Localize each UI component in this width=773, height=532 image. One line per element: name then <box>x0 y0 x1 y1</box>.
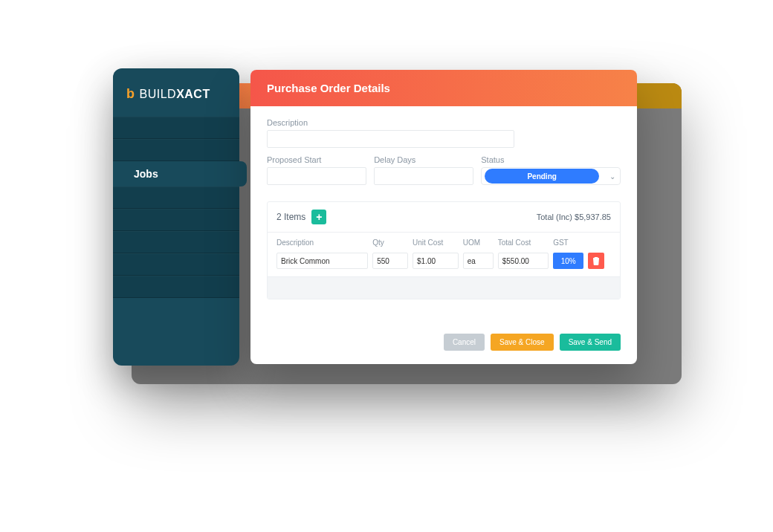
sidebar-item-jobs[interactable]: Jobs <box>113 161 239 186</box>
description-input[interactable] <box>267 130 514 148</box>
cancel-button[interactable]: Cancel <box>444 334 485 351</box>
items-panel: 2 Items + Total (Inc) $5,937.85 Descript… <box>267 201 621 299</box>
sidebar: b BUILDXACT Jobs <box>113 68 239 366</box>
sidebar-item[interactable] <box>113 139 239 161</box>
modal-title: Purchase Order Details <box>250 70 637 106</box>
items-count: 2 Items <box>276 212 305 222</box>
save-close-button[interactable]: Save & Close <box>491 334 554 351</box>
proposed-start-input[interactable] <box>267 167 366 185</box>
delay-days-input[interactable] <box>374 167 473 185</box>
row-qty-input[interactable] <box>372 253 408 269</box>
brand-build: BUILD <box>140 88 177 100</box>
sidebar-item[interactable] <box>113 186 239 209</box>
modal-footer: Cancel Save & Close Save & Send <box>250 313 637 364</box>
col-gst: GST <box>553 239 583 247</box>
row-unit-cost-input[interactable] <box>413 253 459 269</box>
col-uom: UOM <box>463 239 494 247</box>
col-total-cost: Total Cost <box>498 239 549 247</box>
label-proposed-start: Proposed Start <box>267 155 366 164</box>
chevron-down-icon: ⌄ <box>609 172 615 181</box>
sidebar-item[interactable] <box>113 253 239 276</box>
trash-icon <box>592 256 600 265</box>
save-send-button[interactable]: Save & Send <box>560 334 621 351</box>
sidebar-item[interactable] <box>113 276 239 298</box>
brand-b: b <box>126 86 135 102</box>
sidebar-item[interactable] <box>113 231 239 253</box>
plus-icon: + <box>316 212 322 222</box>
table-row: 10% <box>268 250 620 276</box>
sidebar-item-label: Jobs <box>134 168 158 180</box>
row-uom-input[interactable] <box>463 253 494 269</box>
items-table-footer <box>268 276 620 299</box>
items-total: Total (Inc) $5,937.85 <box>537 213 611 221</box>
row-total-cost-input[interactable] <box>498 253 549 269</box>
status-select[interactable]: Pending ⌄ <box>481 167 621 185</box>
brand-logo: b BUILDXACT <box>113 68 239 117</box>
purchase-order-modal: Purchase Order Details Description Propo… <box>250 70 637 364</box>
row-delete-button[interactable] <box>588 253 604 269</box>
label-delay-days: Delay Days <box>374 155 473 164</box>
label-description: Description <box>267 118 621 127</box>
add-item-button[interactable]: + <box>311 210 326 224</box>
col-unit-cost: Unit Cost <box>413 239 459 247</box>
row-description-input[interactable] <box>276 253 368 269</box>
sidebar-item[interactable] <box>113 117 239 139</box>
col-description: Description <box>276 239 368 247</box>
row-gst-chip[interactable]: 10% <box>553 253 583 269</box>
col-qty: Qty <box>372 239 408 247</box>
brand-xact: XACT <box>176 88 210 100</box>
status-pill: Pending <box>485 169 599 184</box>
items-table-header: Description Qty Unit Cost UOM Total Cost… <box>268 232 620 250</box>
label-status: Status <box>481 155 621 164</box>
sidebar-item[interactable] <box>113 209 239 231</box>
